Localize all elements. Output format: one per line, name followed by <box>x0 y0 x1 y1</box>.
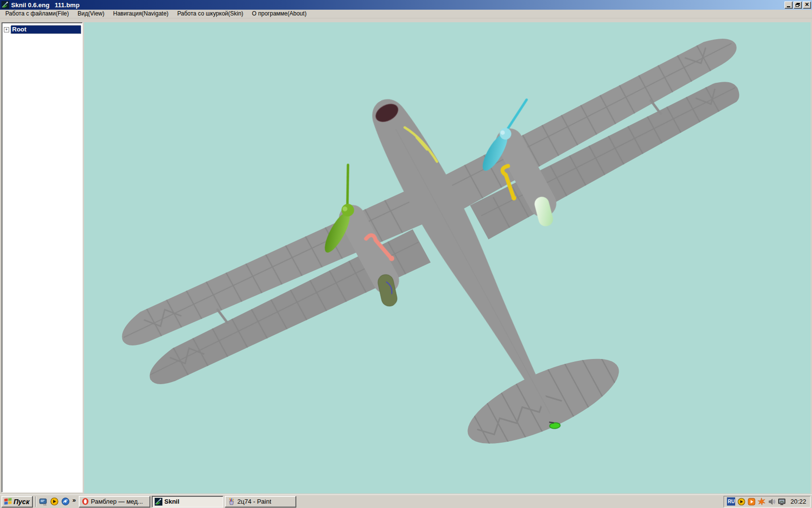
menu-bar: Работа с файлами(File) Вид(View) Навигац… <box>0 10 812 18</box>
restore-button[interactable] <box>794 1 802 9</box>
minimize-icon <box>787 6 790 7</box>
paint-icon <box>228 498 235 506</box>
gold-disc-icon[interactable] <box>737 497 745 506</box>
windows-logo-icon <box>4 498 12 505</box>
airplane-model <box>84 22 811 493</box>
taskbar: Пуск » Рамблер — мед... <box>0 494 812 508</box>
task-button-paint[interactable]: 2ц74 - Paint <box>225 496 296 508</box>
restore-icon <box>796 3 800 7</box>
orange-play-icon[interactable] <box>747 497 755 506</box>
app-window: Sknil 0.6.eng 111.bmp ✕ Работа с файлами… <box>0 0 812 494</box>
model-viewport[interactable] <box>84 22 811 493</box>
start-label: Пуск <box>14 498 29 506</box>
close-icon: ✕ <box>805 2 809 7</box>
task-label: 2ц74 - Paint <box>237 498 271 505</box>
menu-view[interactable]: Вид(View) <box>73 9 109 18</box>
task-label: Рамблер — мед... <box>91 498 143 505</box>
menu-file[interactable]: Работа с файлами(File) <box>1 9 73 18</box>
tree-root-label[interactable]: Root <box>11 25 81 34</box>
title-bar: Sknil 0.6.eng 111.bmp ✕ <box>0 0 812 10</box>
system-tray: RU <box>724 496 811 508</box>
volume-icon[interactable] <box>768 497 776 506</box>
model-tree-panel: + Root <box>1 22 83 493</box>
show-desktop-icon[interactable] <box>39 497 48 507</box>
media-player-icon[interactable] <box>61 497 71 507</box>
task-label: Sknil <box>164 498 179 505</box>
task-button-sknil[interactable]: Sknil <box>152 496 223 508</box>
orange-burst-icon[interactable] <box>757 497 766 506</box>
sknil-app-icon[interactable] <box>1 1 9 9</box>
display-icon[interactable] <box>778 497 786 506</box>
menu-about[interactable]: О программе(About) <box>247 9 311 18</box>
menu-navigate[interactable]: Навигация(Navigate) <box>109 9 173 18</box>
minimize-button[interactable] <box>784 1 793 9</box>
window-title: Sknil 0.6.eng 111.bmp <box>11 1 783 9</box>
tree-item-root: + Root <box>3 25 81 34</box>
tree-expander-icon[interactable]: + <box>4 27 9 32</box>
close-button[interactable]: ✕ <box>803 1 811 9</box>
language-indicator[interactable]: RU <box>727 497 735 506</box>
quick-launch-overflow-chevron[interactable]: » <box>72 496 77 507</box>
client-area: + Root <box>0 18 812 494</box>
taskbar-clock[interactable]: 20:22 <box>790 498 806 505</box>
start-button[interactable]: Пуск <box>1 496 33 508</box>
menu-skin[interactable]: Работа со шкуркой(Skin) <box>173 9 248 18</box>
sknil-app-icon <box>155 498 162 506</box>
task-button-rambler[interactable]: Рамблер — мед... <box>79 496 150 508</box>
gold-disc-icon[interactable] <box>50 497 59 507</box>
taskbar-divider <box>35 496 36 507</box>
opera-icon <box>82 498 89 505</box>
